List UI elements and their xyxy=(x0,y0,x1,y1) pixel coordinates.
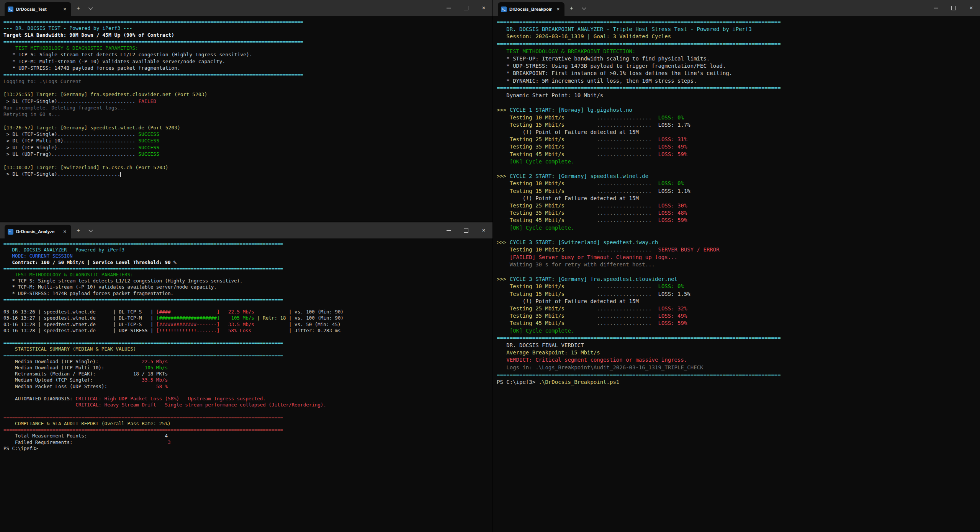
terminal-text: ========================================… xyxy=(497,85,781,91)
terminal-line: * TCP-S: Single-stream test detects L1/L… xyxy=(3,51,492,58)
terminal-content-analyze[interactable]: ========================================… xyxy=(0,238,492,532)
terminal-text: ................. xyxy=(564,151,652,157)
tab-drdocsis-breakpoint[interactable]: >_ DrDocsis_Breakpoint ✕ xyxy=(498,2,564,16)
maximize-icon xyxy=(951,6,956,10)
terminal-text: (!) Point of Failure detected at 15M xyxy=(497,195,639,201)
terminal-line: TEST METHODOLOGY & DIAGNOSTIC PARAMETERS… xyxy=(3,45,492,51)
terminal-text: TEST METHODOLOGY & DIAGNOSTIC PARAMETERS… xyxy=(3,45,138,51)
terminal-text xyxy=(254,309,289,315)
terminal-text: 4 xyxy=(87,433,168,439)
terminal-text: Retransmits (Median / PEAK): xyxy=(3,371,96,377)
terminal-line: Target SLA Bandwidth: 90M Down / 45M Up … xyxy=(3,32,492,38)
terminal-line: --- DR. DOCSIS TEST - Powered by iPerf3 … xyxy=(3,25,492,31)
terminal-text: LOSS: 1.1% xyxy=(658,188,690,194)
terminal-line: > DL (TCP-Single).......................… xyxy=(3,131,492,137)
terminal-text: FAILED xyxy=(138,98,156,104)
terminal-line: VERDICT: Critical segment congestion or … xyxy=(497,356,980,364)
tab-drdocsis-test[interactable]: >_ DrDocsis_Test ✕ xyxy=(5,2,71,16)
tab-close-icon[interactable]: ✕ xyxy=(62,6,68,13)
maximize-button[interactable] xyxy=(457,0,475,16)
minimize-button[interactable] xyxy=(440,0,457,16)
tab-dropdown-button[interactable] xyxy=(85,230,97,232)
minimize-icon xyxy=(447,230,451,231)
terminal-text xyxy=(254,321,289,327)
close-button[interactable]: ✕ xyxy=(475,222,492,238)
terminal-text: LOSS: 59% xyxy=(658,151,687,157)
terminal-text: [####################] xyxy=(156,315,220,321)
terminal-line: STATISTICAL SUMMARY (MEDIAN & PEAK VALUE… xyxy=(3,346,492,352)
terminal-text: Run incomplete. Deleting fragment logs..… xyxy=(3,105,126,111)
terminal-text xyxy=(652,144,658,150)
terminal-text: ................. xyxy=(564,188,652,194)
terminal-text: 22.5 Mb/s xyxy=(219,309,254,315)
terminal-text: CRITICAL: Heavy Stream-Drift - Single-st… xyxy=(75,402,326,408)
minimize-button[interactable] xyxy=(927,0,945,16)
tab-drdocsis-analyze[interactable]: >_ DrDocsis_Analyze ✕ xyxy=(5,225,71,238)
terminal-text: Testing 10 Mbit/s xyxy=(497,114,564,121)
powershell-icon: >_ xyxy=(8,7,13,12)
terminal-line: ========================================… xyxy=(3,241,492,247)
terminal-text xyxy=(652,202,658,209)
terminal-text: STATISTICAL SUMMARY (MEDIAN & PEAK VALUE… xyxy=(3,346,136,352)
terminal-text: Testing 35 Mbit/s xyxy=(497,144,564,150)
terminal-line: Retrying in 60 s... xyxy=(3,111,492,117)
terminal-text: > DL (TCP-Single).......................… xyxy=(3,131,138,137)
terminal-line xyxy=(3,334,492,340)
terminal-line xyxy=(497,99,980,106)
terminal-text: * BREAKPOINT: First instance of >0.1% lo… xyxy=(497,70,732,76)
tab-close-icon[interactable]: ✕ xyxy=(62,228,68,235)
terminal-text: Logs in: .\Logs_Breakpoint\Audit_2026-03… xyxy=(497,364,703,370)
tab-dropdown-button[interactable] xyxy=(578,7,590,9)
terminal-line: * TCP-S: Single-stream test detects L1/L… xyxy=(3,278,492,284)
terminal-text: .\DrDocsis_Breakpoint.ps1 xyxy=(539,379,620,385)
terminal-content-breakpoint[interactable]: ========================================… xyxy=(493,16,980,532)
terminal-line: ========================================… xyxy=(3,18,492,25)
terminal-text: LOSS: 0% xyxy=(658,283,684,289)
tab-close-icon[interactable]: ✕ xyxy=(555,6,561,13)
maximize-button[interactable] xyxy=(945,0,962,16)
terminal-line: Testing 10 Mbit/s ................. LOSS… xyxy=(497,283,980,290)
terminal-line: (!) Point of Failure detected at 15M xyxy=(497,129,980,136)
minimize-button[interactable] xyxy=(440,222,457,238)
terminal-text: [#############-------] xyxy=(156,321,220,327)
terminal-line: * BREAKPOINT: First instance of >0.1% lo… xyxy=(497,70,980,77)
terminal-line: DR. DOCSIS ANALYZER - Powered by iPerf3 xyxy=(3,247,492,253)
terminal-text: ========================================… xyxy=(3,427,283,432)
terminal-line: [OK] Cycle complete. xyxy=(497,327,980,335)
close-button[interactable]: ✕ xyxy=(475,0,492,16)
terminal-line: PS C:\ipef3> .\DrDocsis_Breakpoint.ps1 xyxy=(497,379,980,386)
terminal-text: >>> xyxy=(497,239,510,245)
tab-dropdown-button[interactable] xyxy=(85,7,97,9)
terminal-text: | Jitter: 0.283 ms xyxy=(289,328,340,333)
terminal-text: SUCCESS xyxy=(138,138,159,144)
terminal-text: ................. xyxy=(564,144,652,150)
terminal-line: CRITICAL: Heavy Stream-Drift - Single-st… xyxy=(3,402,492,408)
terminal-line: Run incomplete. Deleting fragment logs..… xyxy=(3,104,492,111)
terminal-text xyxy=(286,315,289,321)
maximize-button[interactable] xyxy=(457,222,475,238)
terminal-text: ========================================… xyxy=(3,72,303,77)
new-tab-button[interactable]: + xyxy=(71,5,85,12)
desktop: >_ DrDocsis_Test ✕ + ✕ =================… xyxy=(0,0,980,532)
close-button[interactable]: ✕ xyxy=(962,0,980,16)
tab-title: DrDocsis_Breakpoint xyxy=(509,7,552,11)
window-controls: ✕ xyxy=(440,0,492,16)
new-tab-button[interactable]: + xyxy=(71,227,85,234)
terminal-line: * UDP-STRESS: Using 1473B payload to tri… xyxy=(497,62,980,70)
terminal-text: VERDICT: Critical segment congestion or … xyxy=(497,357,687,363)
terminal-text: * STEP-UP: Iterative bandwidth scaling t… xyxy=(497,55,710,62)
terminal-window-analyze: >_ DrDocsis_Analyze ✕ + ✕ ==============… xyxy=(0,222,492,532)
terminal-line: > DL (TCP-Single)..................... xyxy=(3,171,492,177)
terminal-text: LOSS: 0% xyxy=(658,180,684,186)
new-tab-button[interactable]: + xyxy=(564,5,578,12)
terminal-text: ========================================… xyxy=(3,415,283,420)
terminal-text: Testing 35 Mbit/s xyxy=(497,313,564,319)
terminal-line: (!) Point of Failure detected at 15M xyxy=(497,298,980,305)
terminal-window-test: >_ DrDocsis_Test ✕ + ✕ =================… xyxy=(0,0,492,222)
terminal-line: Testing 45 Mbit/s ................. LOSS… xyxy=(497,217,980,224)
terminal-content-test[interactable]: ========================================… xyxy=(0,16,492,222)
window-controls: ✕ xyxy=(927,0,980,16)
terminal-line: * TCP-M: Multi-stream (-P 10) validates … xyxy=(3,58,492,65)
terminal-text: Testing 15 Mbit/s xyxy=(497,291,564,297)
terminal-text: > DL (TCP-Multi-10).....................… xyxy=(3,138,138,144)
